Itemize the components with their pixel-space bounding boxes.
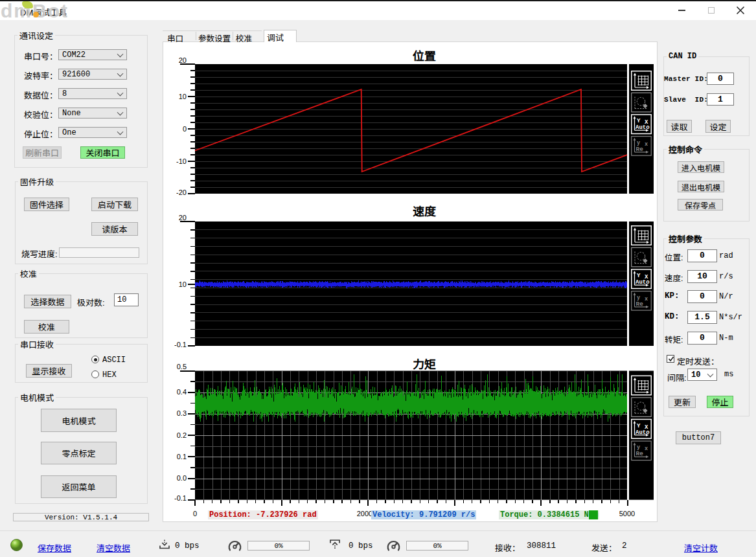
svg-text:0.1: 0.1 [177, 451, 187, 461]
svg-text:0.4: 0.4 [177, 386, 187, 396]
svg-text:5000: 5000 [619, 508, 635, 518]
svg-text:2000: 2000 [357, 508, 372, 518]
svg-text:20: 20 [179, 54, 187, 65]
svg-text:位置: 位置 [413, 47, 436, 63]
svg-text:-20: -20 [176, 187, 187, 197]
svg-text:20: 20 [179, 212, 187, 222]
svg-text:力矩: 力矩 [413, 355, 436, 372]
svg-text:-0.1: -0.1 [174, 339, 187, 349]
svg-text:10: 10 [179, 278, 187, 289]
svg-text:0.5: 0.5 [177, 361, 187, 371]
svg-text:0: 0 [193, 508, 197, 518]
svg-text:10: 10 [179, 91, 187, 101]
svg-text:0.3: 0.3 [177, 407, 187, 418]
svg-text:-0.1: -0.1 [174, 492, 187, 503]
svg-text:0.0: 0.0 [177, 472, 187, 483]
svg-text:0: 0 [183, 123, 187, 133]
svg-text:-10: -10 [176, 155, 187, 166]
svg-text:0.2: 0.2 [177, 429, 187, 440]
svg-text:速度: 速度 [413, 202, 437, 219]
